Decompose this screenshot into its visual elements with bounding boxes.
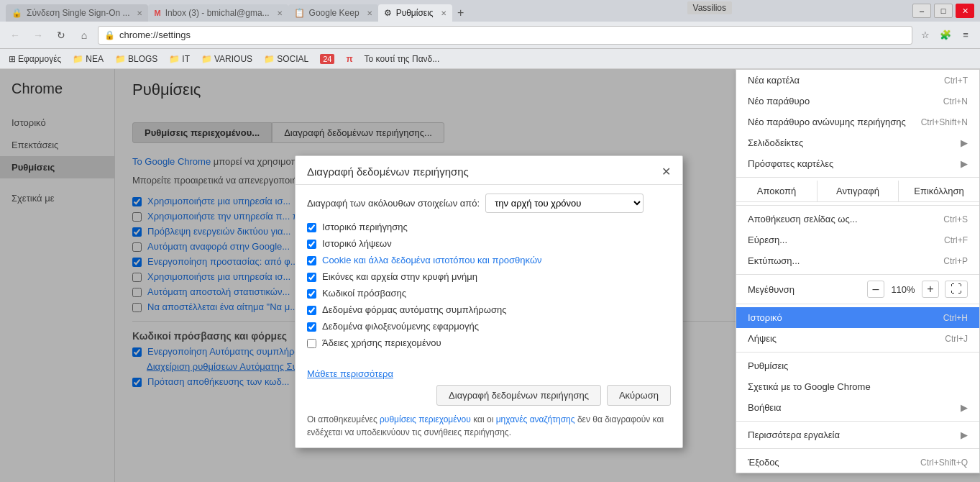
star-icon[interactable]: ☆: [917, 27, 934, 44]
bookmark-it[interactable]: 📁 IT: [166, 53, 193, 65]
menu-incognito[interactable]: Νέο παράθυρο ανώνυμης περιήγησης Ctrl+Sh…: [736, 112, 979, 132]
tab-4-close[interactable]: ✕: [441, 9, 447, 17]
dialog-note-link1[interactable]: ρυθμίσεις περιεχομένου: [380, 414, 471, 424]
tab-3[interactable]: 📋 Google Keep ✕: [288, 4, 378, 22]
dialog-cb-7-label: Άδειες χρήσης περιεχομένου: [322, 337, 441, 348]
bookmarks-bar: ⊞ Εφαρμογές 📁 ΝΕΑ 📁 BLOGS 📁 IT 📁 VARIOUS…: [0, 49, 980, 69]
tab-1-favicon: 🔒: [12, 8, 22, 18]
dialog-cb-6-input[interactable]: [307, 322, 316, 332]
minimize-button[interactable]: –: [912, 4, 931, 18]
menu-settings-label: Ρυθμίσεις: [748, 360, 788, 371]
dialog-cb-1-input[interactable]: [307, 240, 316, 249]
dialog-cb-0: Ιστορικό περιήγησης: [307, 222, 671, 232]
new-tab-button[interactable]: +: [452, 4, 470, 22]
dialog-cb-3-label: Εικόνες και αρχεία στην κρυφή μνήμη: [322, 271, 477, 282]
menu-new-tab[interactable]: Νέα καρτέλα Ctrl+T: [736, 70, 979, 91]
dialog-cb-3: Εικόνες και αρχεία στην κρυφή μνήμη: [307, 271, 671, 282]
menu-sep-2: [736, 205, 979, 206]
clear-data-button[interactable]: Διαγραφή δεδομένων περιήγησης: [436, 385, 601, 406]
user-area: Vassilios: [687, 1, 732, 14]
menu-history-label: Ιστορικό: [748, 312, 782, 323]
dialog-range-label: Διαγραφή των ακόλουθων στοιχείων από:: [307, 198, 480, 209]
menu-about-chrome[interactable]: Σχετικά με το Google Chrome: [736, 376, 979, 397]
dialog-cb-7: Άδειες χρήσης περιεχομένου: [307, 337, 671, 348]
dialog-footer-buttons: Διαγραφή δεδομένων περιήγησης Ακύρωση: [307, 385, 671, 406]
extension-icon[interactable]: 🧩: [937, 27, 954, 44]
social-folder-icon: 📁: [264, 54, 275, 64]
menu-settings[interactable]: Ρυθμίσεις: [736, 355, 979, 376]
cancel-button[interactable]: Ακύρωση: [607, 385, 671, 406]
learn-more-link[interactable]: Μάθετε περισσότερα: [307, 368, 393, 379]
maximize-button[interactable]: □: [934, 4, 953, 18]
dialog-cb-0-label: Ιστορικό περιήγησης: [322, 222, 408, 232]
close-button[interactable]: ✕: [956, 4, 974, 18]
menu-save-page[interactable]: Αποθήκευση σελίδας ως... Ctrl+S: [736, 209, 979, 229]
various-label: VARIOUS: [214, 54, 252, 64]
tab-4-favicon: ⚙: [384, 8, 392, 18]
tab-1[interactable]: 🔒 Σύνδεση Single Sign-On ... ✕: [6, 4, 148, 22]
menu-recent-tabs[interactable]: Πρόσφατες καρτέλες ▶: [736, 153, 979, 174]
bookmark-24[interactable]: 24: [317, 53, 337, 65]
dialog-body: Διαγραφή των ακόλουθων στοιχείων από: τη…: [296, 185, 682, 363]
menu-bookmarks[interactable]: Σελιδοδείκτες ▶: [736, 132, 979, 153]
tab-3-label: Google Keep: [309, 8, 360, 18]
dialog-cb-7-input[interactable]: [307, 339, 316, 348]
nea-folder-icon: 📁: [73, 54, 83, 64]
tab-4[interactable]: ⚙ Ρυθμίσεις ✕: [378, 4, 452, 22]
tab-bar: 🔒 Σύνδεση Single Sign-On ... ✕ M Inbox (…: [6, 0, 912, 22]
forward-button[interactable]: →: [29, 26, 47, 45]
fullscreen-button[interactable]: ⛶: [945, 281, 968, 298]
dialog-cb-4-input[interactable]: [307, 289, 316, 299]
menu-cut[interactable]: Αποκοπή: [736, 181, 818, 201]
zoom-controls: – 110% + ⛶: [867, 281, 968, 298]
menu-new-window-label: Νέο παράθυρο: [748, 96, 810, 106]
bookmark-nea[interactable]: 📁 ΝΕΑ: [70, 53, 106, 65]
dialog-cb-0-input[interactable]: [307, 223, 316, 232]
tab-3-close[interactable]: ✕: [367, 9, 372, 17]
nav-bar: ← → ↻ ⌂ 🔒 chrome://settings ☆ 🧩 ≡: [0, 22, 980, 49]
address-bar[interactable]: 🔒 chrome://settings: [98, 26, 912, 45]
menu-exit[interactable]: Έξοδος Ctrl+Shift+Q: [736, 452, 979, 473]
menu-paste[interactable]: Επικόλληση: [899, 181, 979, 201]
bookmark-pandora[interactable]: Το κουτί της Πανδ...: [362, 53, 443, 65]
menu-history[interactable]: Ιστορικό Ctrl+H: [736, 307, 979, 328]
nav-right-icons: ☆ 🧩 ≡: [917, 27, 974, 44]
bookmark-various[interactable]: 📁 VARIOUS: [198, 53, 255, 65]
dialog-cb-3-input[interactable]: [307, 273, 316, 282]
menu-sep-5: [736, 352, 979, 353]
dialog-cb-5-input[interactable]: [307, 306, 316, 315]
zoom-increase-button[interactable]: +: [922, 281, 939, 298]
dialog-note-link2[interactable]: μηχανές αναζήτησης: [496, 414, 575, 424]
menu-print[interactable]: Εκτύπωση... Ctrl+P: [736, 250, 979, 271]
menu-exit-shortcut: Ctrl+Shift+Q: [920, 458, 968, 468]
menu-copy[interactable]: Αντιγραφή: [818, 181, 899, 201]
social-label: SOCIAL: [277, 54, 308, 64]
refresh-button[interactable]: ↻: [52, 26, 70, 45]
menu-incognito-shortcut: Ctrl+Shift+N: [921, 117, 968, 127]
bookmark-apps[interactable]: ⊞ Εφαρμογές: [6, 53, 64, 65]
tab-3-favicon: 📋: [294, 8, 305, 18]
dialog-footer: Μάθετε περισσότερα Διαγραφή δεδομένων πε…: [296, 363, 682, 447]
dialog-close-button[interactable]: ✕: [661, 165, 671, 178]
back-button[interactable]: ←: [6, 26, 24, 45]
menu-new-window[interactable]: Νέο παράθυρο Ctrl+N: [736, 91, 979, 112]
menu-icon[interactable]: ≡: [957, 27, 974, 44]
menu-downloads[interactable]: Λήψεις Ctrl+J: [736, 328, 979, 349]
menu-find[interactable]: Εύρεση... Ctrl+F: [736, 229, 979, 250]
home-button[interactable]: ⌂: [75, 26, 93, 45]
bookmark-pi[interactable]: π: [343, 53, 355, 65]
dialog-cb-2-input[interactable]: [307, 256, 316, 265]
bookmark-blogs[interactable]: 📁 BLOGS: [112, 53, 160, 65]
menu-sep-7: [736, 448, 979, 449]
dialog-cb-5: Δεδομένα φόρμας αυτόματης συμπλήρωσης: [307, 304, 671, 315]
tab-1-close[interactable]: ✕: [137, 9, 142, 17]
tab-2-close[interactable]: ✕: [277, 9, 283, 17]
zoom-decrease-button[interactable]: –: [867, 281, 884, 298]
it-folder-icon: 📁: [169, 54, 180, 64]
menu-more-tools[interactable]: Περισσότερα εργαλεία ▶: [736, 424, 979, 445]
dialog-range-select[interactable]: την αρχή του χρόνου την τελευταία ώρα τι…: [485, 194, 644, 213]
menu-help[interactable]: Βοήθεια ▶: [736, 397, 979, 418]
bookmark-social[interactable]: 📁 SOCIAL: [261, 53, 311, 65]
tab-2[interactable]: M Inbox (3) - bmichal@gma... ✕: [148, 4, 288, 22]
menu-bookmarks-arrow: ▶: [961, 137, 968, 148]
